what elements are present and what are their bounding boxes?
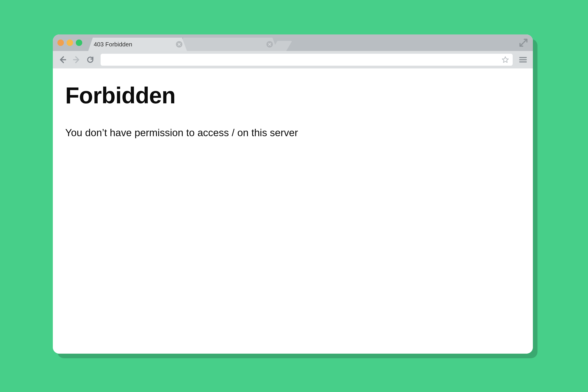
tab-close-icon[interactable]: [176, 41, 182, 48]
window-minimize-button[interactable]: [66, 40, 73, 46]
error-heading: Forbidden: [65, 82, 520, 108]
stage: 403 Forbidden: [0, 0, 588, 392]
menu-button[interactable]: [517, 54, 529, 66]
new-tab-button[interactable]: [272, 41, 292, 51]
error-message: You don’t have permission to access / on…: [65, 127, 520, 138]
window-controls: [58, 40, 82, 46]
tabs: 403 Forbidden: [88, 34, 292, 51]
page-viewport: Forbidden You don’t have permission to a…: [53, 68, 533, 354]
address-bar[interactable]: [100, 54, 513, 66]
address-input[interactable]: [104, 56, 501, 63]
expand-window-icon[interactable]: [518, 38, 529, 48]
bookmark-star-icon[interactable]: [501, 56, 510, 64]
browser-window: 403 Forbidden: [53, 34, 533, 354]
tab-title: 403 Forbidden: [94, 41, 176, 48]
tab-active[interactable]: 403 Forbidden: [88, 38, 187, 51]
reload-button[interactable]: [84, 54, 96, 66]
window-zoom-button[interactable]: [76, 40, 82, 46]
window-close-button[interactable]: [58, 40, 64, 46]
toolbar: [53, 51, 533, 68]
back-button[interactable]: [57, 54, 68, 66]
tab-inactive[interactable]: [179, 38, 278, 51]
forward-button[interactable]: [71, 54, 82, 66]
tab-strip: 403 Forbidden: [53, 34, 533, 51]
tab-close-icon[interactable]: [266, 41, 273, 48]
